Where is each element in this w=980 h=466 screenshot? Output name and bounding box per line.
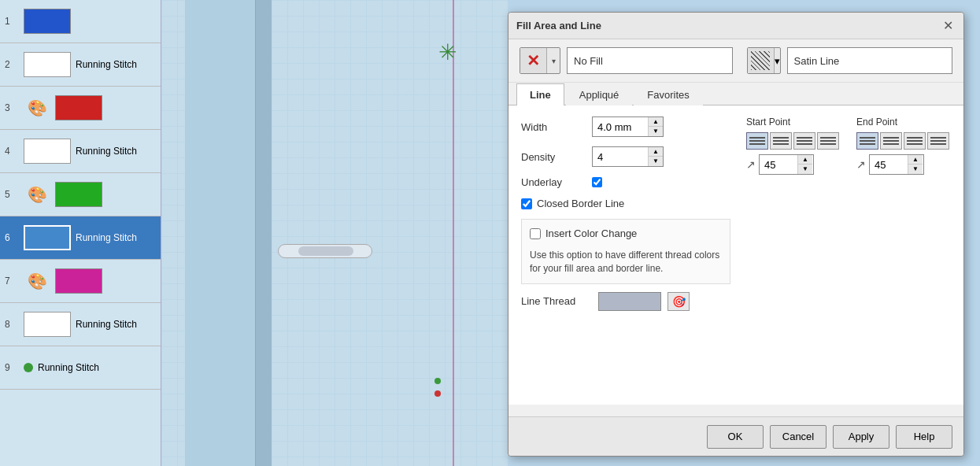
end-point-btn-tc[interactable] (880, 132, 902, 150)
density-input[interactable] (593, 147, 648, 166)
start-point-btn-r[interactable] (817, 132, 839, 150)
line-icon-box (748, 48, 775, 73)
end-angle-up[interactable]: ▲ (908, 155, 923, 165)
color-change-desc: Use this option to have different thread… (530, 249, 722, 276)
line-value-display: Satin Line (787, 47, 953, 74)
tab-content-line: Width ▲ ▼ Density ▲ (508, 105, 963, 405)
palette-icon: 🎨 (24, 185, 50, 204)
list-item[interactable]: 8 Running Stitch (0, 303, 161, 346)
end-angle-down[interactable]: ▼ (908, 165, 923, 174)
insert-color-row: Insert Color Change (530, 227, 722, 239)
list-item[interactable]: 7 🎨 (0, 260, 161, 303)
item-label: Running Stitch (76, 319, 137, 330)
dialog-title: Fill Area and Line (516, 20, 601, 31)
item-number: 5 (5, 189, 19, 200)
tab-line[interactable]: Line (516, 83, 564, 105)
line-type-button[interactable]: ▾ (747, 47, 781, 74)
density-spin-arrows: ▲ ▼ (648, 147, 663, 166)
end-angle-spinner[interactable]: ▲ ▼ (869, 154, 924, 175)
end-angle-arrows: ▲ ▼ (908, 155, 923, 174)
end-angle-row: ↗ ▲ ▼ (856, 154, 951, 175)
insert-color-checkbox[interactable] (530, 228, 541, 239)
item-label: Running Stitch (76, 232, 137, 243)
start-point-btn-tr[interactable] (793, 132, 815, 150)
fill-line-row: ✕ ▾ No Fill ▾ Satin Line (508, 39, 963, 83)
start-point-btn-tc[interactable] (770, 132, 792, 150)
help-button[interactable]: Help (896, 425, 952, 449)
list-item[interactable]: 2 Running Stitch (0, 43, 161, 87)
color-swatch (24, 312, 71, 337)
start-angle-icon: ↗ (746, 158, 756, 171)
end-angle-input[interactable] (870, 155, 908, 174)
color-swatch (24, 225, 71, 250)
closed-border-row: Closed Border Line (521, 198, 730, 209)
dialog-close-button[interactable]: ✕ (940, 18, 956, 34)
color-swatch (24, 52, 71, 77)
start-angle-arrows: ▲ ▼ (797, 155, 812, 174)
list-item[interactable]: 1 (0, 0, 161, 43)
dialog-fill-area-line: Fill Area and Line ✕ ✕ ▾ No Fill ▾ Satin… (508, 12, 964, 457)
list-item[interactable]: 9 Running Stitch (0, 346, 161, 390)
left-panel: 1 2 Running Stitch 3 🎨 4 Running Stitch … (0, 0, 161, 466)
apply-button[interactable]: Apply (833, 425, 889, 449)
start-angle-spinner[interactable]: ▲ ▼ (759, 154, 814, 175)
dialog-titlebar: Fill Area and Line ✕ (508, 13, 963, 39)
thread-picker-button[interactable]: 🎯 (668, 292, 690, 311)
end-point-btn-r[interactable] (927, 132, 949, 150)
list-item[interactable]: 5 🎨 (0, 173, 161, 216)
color-swatch (55, 268, 102, 294)
thread-swatch (598, 292, 661, 311)
density-up-arrow[interactable]: ▲ (649, 147, 663, 157)
color-swatch (24, 139, 71, 164)
line-thread-label: Line Thread (521, 295, 592, 307)
canvas-dot-red (435, 390, 441, 397)
color-swatch (24, 9, 71, 34)
underlay-checkbox[interactable] (592, 177, 602, 187)
canvas-scrollbar[interactable] (278, 244, 372, 258)
list-item[interactable]: 4 Running Stitch (0, 130, 161, 173)
palette-icon: 🎨 (24, 98, 50, 117)
dot-indicator (24, 363, 33, 372)
item-number: 3 (5, 102, 19, 113)
canvas-dot-green (435, 378, 441, 384)
width-row: Width ▲ ▼ (521, 116, 730, 137)
cancel-button[interactable]: Cancel (770, 425, 827, 449)
palette-icon: 🎨 (24, 272, 50, 290)
start-angle-input[interactable] (760, 155, 797, 174)
fill-icon-box: ✕ (520, 48, 547, 73)
density-down-arrow[interactable]: ▼ (649, 157, 663, 166)
width-spin-arrows: ▲ ▼ (648, 117, 663, 136)
list-item-active[interactable]: 6 Running Stitch (0, 216, 161, 260)
color-swatch (55, 95, 102, 120)
item-number: 4 (5, 146, 19, 157)
dialog-footer: OK Cancel Apply Help (508, 416, 963, 456)
points-row: Start Point (746, 116, 951, 175)
start-angle-down[interactable]: ▼ (798, 165, 812, 174)
fill-type-button[interactable]: ✕ ▾ (520, 47, 560, 74)
canvas-scrollbar-thumb (298, 246, 353, 256)
insert-color-label: Insert Color Change (545, 227, 637, 239)
density-row: Density ▲ ▼ (521, 146, 730, 167)
fill-value-display: No Fill (567, 47, 733, 74)
tab-favorites[interactable]: Favorites (634, 83, 702, 105)
start-point-btn-tl[interactable] (746, 132, 768, 150)
line-thread-row: Line Thread 🎯 (521, 292, 730, 311)
item-number: 6 (5, 232, 19, 243)
start-angle-up[interactable]: ▲ (798, 155, 812, 165)
tab-applique[interactable]: Appliqué (566, 83, 633, 105)
end-point-title: End Point (856, 116, 951, 128)
density-spinner[interactable]: ▲ ▼ (592, 146, 664, 167)
ok-button[interactable]: OK (707, 425, 764, 449)
canvas-shape-edge (256, 0, 272, 466)
underlay-row: Underlay (521, 176, 730, 188)
end-point-btn-tr[interactable] (904, 132, 926, 150)
width-down-arrow[interactable]: ▼ (649, 127, 663, 136)
width-spinner[interactable]: ▲ ▼ (592, 116, 664, 137)
closed-border-checkbox[interactable] (521, 198, 532, 209)
width-up-arrow[interactable]: ▲ (649, 117, 663, 127)
list-item[interactable]: 3 🎨 (0, 87, 161, 130)
start-point-grid (746, 132, 841, 150)
end-point-btn-tl[interactable] (856, 132, 878, 150)
width-input[interactable] (593, 117, 648, 136)
no-fill-icon: ✕ (527, 51, 540, 70)
